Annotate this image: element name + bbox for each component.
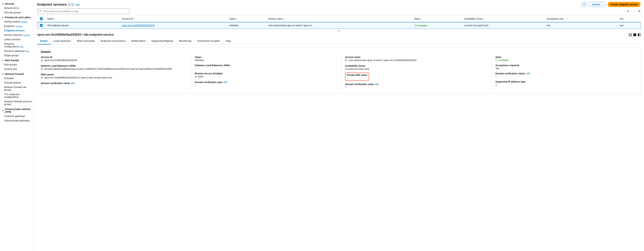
row-checkbox[interactable] — [40, 24, 43, 27]
nav-item-resource-configurations[interactable]: Resource configurationsNew — [2, 42, 34, 49]
col-acceptance[interactable]: Acceptance req…▽ — [544, 15, 618, 22]
nav-group-dns-firewall: ▼DNS firewall Rule groups Domain lists — [2, 58, 34, 71]
field-value-dns-names: vpce-svc-0ceb593b3ba202634.us-west-2.vpc… — [44, 76, 112, 79]
actions-button[interactable]: Actions ▼ — [589, 2, 606, 7]
nav-item-network-acls[interactable]: Network ACLs — [2, 6, 34, 10]
layout-toggle — [629, 33, 640, 36]
field-value-service-id: vpce-svc-0ceb593b3ba202634 — [44, 59, 77, 61]
tab-contributor-insights[interactable]: Contributor Insights — [194, 38, 223, 44]
pager-next[interactable]: 〉 — [631, 10, 633, 13]
cell-service-name: com.amazonaws.vpce.us-west-2.vpce-sv… — [266, 22, 412, 29]
info-link[interactable]: Info — [76, 4, 80, 6]
copy-icon[interactable] — [41, 59, 43, 62]
nav-item-endpoint-services[interactable]: Endpoint services — [2, 28, 34, 33]
field-value-dvv: – — [345, 86, 485, 89]
detail-tabs: Details Load balancers Allow principals … — [37, 38, 640, 44]
field-label-rae: Remote Access Enabled — [195, 72, 335, 75]
refresh-icon — [583, 3, 586, 6]
field-label-dvn: Domain verification nameInfo — [41, 82, 184, 85]
sort-icon: ▽ — [483, 18, 485, 20]
field-value-acc-req: Yes — [496, 67, 636, 70]
search-icon — [39, 10, 42, 13]
badge-updated: Updated — [20, 21, 28, 23]
layout-side-icon[interactable] — [638, 33, 640, 36]
field-label-dvt: Domain verification typeInfo — [195, 81, 335, 84]
refresh-button[interactable] — [582, 2, 587, 7]
nav-item-endpoints[interactable]: EndpointsUpdated — [2, 24, 34, 28]
copy-icon[interactable] — [195, 75, 197, 78]
nav-group-vpn: ▼Virtual private network (VPN) Customer … — [2, 106, 34, 123]
copy-icon[interactable] — [41, 77, 43, 79]
nav-item-nf-resource-groups[interactable]: Network Firewall resource groups — [2, 99, 34, 106]
status-badge: Available — [496, 59, 508, 61]
create-endpoint-service-button[interactable]: Create endpoint service — [608, 2, 640, 7]
nav-group-header[interactable]: ▼PrivateLink and Lattice — [2, 15, 34, 19]
select-all-checkbox[interactable] — [40, 17, 43, 20]
nav-item-rule-groups[interactable]: Rule groups — [2, 62, 34, 67]
nav-item-tls-inspection[interactable]: TLS inspection configurations — [2, 92, 34, 99]
info-link[interactable]: Info — [375, 83, 379, 85]
info-link[interactable]: Info — [224, 81, 227, 83]
search-box[interactable] — [37, 8, 130, 14]
nav-item-customer-gateways[interactable]: Customer gateways — [2, 114, 34, 118]
tab-endpoint-connections[interactable]: Endpoint connections — [98, 38, 128, 44]
field-label-state: State — [496, 56, 636, 58]
nav-item-domain-lists[interactable]: Domain lists — [2, 67, 34, 71]
drag-icon — [337, 30, 340, 31]
info-link[interactable]: Info — [526, 72, 530, 75]
col-service-name[interactable]: Service name▽ — [266, 15, 412, 22]
main-content: Endpoint services (1/1) Info Actions ▼ C… — [34, 0, 644, 251]
field-label-glb-arns: Gateway Load Balancers ARNs — [195, 64, 335, 67]
highlight-private-dns: Private DNS name – — [345, 73, 369, 80]
caret-down-icon: ▼ — [2, 3, 4, 5]
cell-service-id-link[interactable]: vpce-svc-0ceb593b3ba202634 — [122, 24, 154, 27]
nav-item-getting-started[interactable]: Getting startedUpdated — [2, 19, 34, 24]
nav-item-lattice-services[interactable]: Lattice services — [2, 37, 34, 42]
nav-item-service-networks[interactable]: Service networksUpdated — [2, 33, 34, 37]
sidebar: ▼Security Network ACLs Security groups ▼… — [0, 0, 34, 251]
field-value-azs: us-west-2a (usw2-az2) — [345, 67, 485, 70]
col-state[interactable]: State▽ — [412, 15, 462, 22]
svg-rect-2 — [42, 60, 43, 61]
nav-group-header[interactable]: ▼DNS firewall — [2, 58, 34, 62]
endpoint-services-table: Name▽ Service ID▽ Types▽ Service name▽ S… — [37, 15, 640, 29]
layout-split-icon[interactable] — [629, 33, 632, 36]
col-dns[interactable]: DN — [618, 15, 640, 22]
field-label-dns-names: DNS names — [41, 73, 184, 76]
col-service-id[interactable]: Service ID▽ — [120, 15, 227, 22]
tab-details[interactable]: Details — [37, 38, 51, 44]
tab-notifications[interactable]: Notifications — [128, 38, 149, 44]
nav-group-header[interactable]: ▼Virtual private network (VPN) — [2, 106, 34, 114]
nav-item-firewalls[interactable]: Firewalls — [2, 76, 34, 80]
field-label-sip: Supported IP address type — [496, 80, 636, 83]
nav-item-firewall-policies[interactable]: Firewall policies — [2, 80, 34, 85]
search-input[interactable] — [43, 10, 128, 13]
tab-monitoring[interactable]: Monitoring — [176, 38, 194, 44]
copy-icon[interactable] — [345, 59, 348, 62]
tab-load-balancers[interactable]: Load balancers — [51, 38, 74, 44]
nav-group-header[interactable]: ▼Security — [2, 1, 34, 6]
field-value-dvt: – — [195, 84, 335, 87]
pager-prev[interactable]: 〈 — [623, 10, 626, 13]
sort-icon: ▽ — [420, 18, 422, 20]
badge-new: New — [26, 50, 30, 52]
tab-allow-principals[interactable]: Allow principals — [74, 38, 98, 44]
copy-icon[interactable] — [41, 68, 43, 71]
panel-title: Details — [41, 50, 637, 54]
col-types[interactable]: Types▽ — [227, 15, 266, 22]
tab-supported-regions[interactable]: Supported Regions — [149, 38, 176, 44]
info-link[interactable]: Info — [71, 82, 74, 84]
layout-full-icon[interactable] — [634, 33, 636, 36]
nav-item-nfrg[interactable]: Network Firewall rule groups — [2, 85, 34, 92]
nav-group-header[interactable]: ▼Network Firewall — [2, 71, 34, 76]
nav-item-virtual-private-gateways[interactable]: Virtual private gateways — [2, 118, 34, 123]
nav-item-target-groups[interactable]: Target groups — [2, 53, 34, 58]
nav-item-security-groups[interactable]: Security groups — [2, 10, 34, 15]
nav-item-resource-gateways[interactable]: Resource gatewaysNew — [2, 49, 34, 53]
table-row[interactable]: nlb-endpoint-service vpce-svc-0ceb593b3b… — [37, 22, 640, 29]
col-azs[interactable]: Availability Zones▽ — [462, 15, 545, 22]
tab-tags[interactable]: Tags — [223, 38, 234, 44]
col-name[interactable]: Name▽ — [45, 15, 120, 22]
settings-button[interactable] — [635, 10, 640, 13]
split-handle[interactable] — [34, 29, 644, 33]
